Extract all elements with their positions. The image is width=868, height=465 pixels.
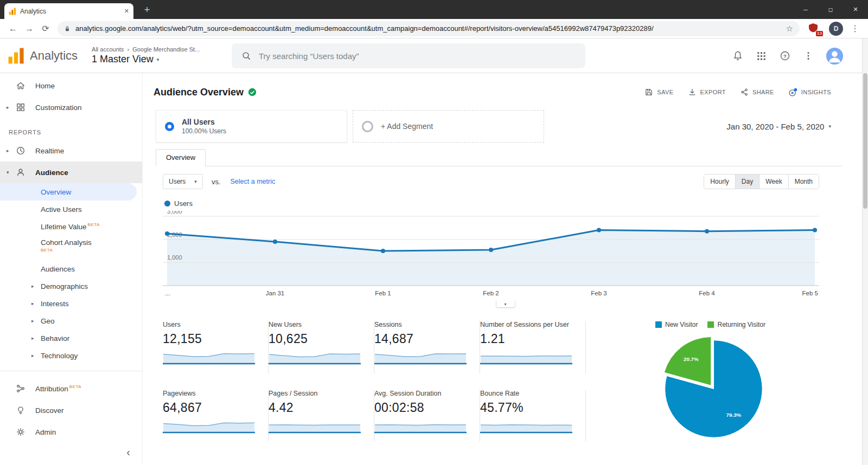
- select-metric-link[interactable]: Select a metric: [231, 178, 276, 185]
- scorecard-bounce-rate[interactable]: Bounce Rate 45.77%: [480, 390, 586, 442]
- sidebar-item-attribution[interactable]: AttributionBETA: [0, 378, 142, 399]
- extension-icon[interactable]: 13: [808, 23, 820, 35]
- window-close-button[interactable]: ✕: [843, 0, 868, 19]
- scorecard-avg-session-duration[interactable]: Avg. Session Duration 00:02:58: [374, 390, 480, 442]
- report-tabs: Overview: [156, 149, 842, 166]
- view-selector[interactable]: 1 Master View ▾: [92, 54, 200, 65]
- scorecard-pages-session[interactable]: Pages / Session 4.42: [269, 390, 374, 442]
- expand-arrow-icon[interactable]: ▸: [31, 283, 34, 289]
- scrollbar[interactable]: [862, 38, 868, 465]
- all-users-segment[interactable]: All Users 100.00% Users: [156, 110, 347, 143]
- product-name: Analytics: [30, 49, 78, 63]
- tab-close-icon[interactable]: ✕: [124, 8, 129, 15]
- expand-arrow-icon[interactable]: ▸: [7, 148, 16, 153]
- chevron-down-icon: ▾: [828, 124, 831, 129]
- metric-value: 45.77%: [480, 401, 579, 415]
- breadcrumb-accounts[interactable]: All accounts: [92, 46, 124, 53]
- sidebar-item-label: Interests: [41, 300, 69, 308]
- expand-arrow-icon[interactable]: ▸: [31, 301, 34, 306]
- sidebar-item-audiences[interactable]: Audiences: [0, 260, 137, 277]
- notifications-bell-icon[interactable]: [732, 50, 743, 61]
- visitor-type-pie-chart[interactable]: 79.3%20.7%: [661, 336, 767, 442]
- new-tab-button[interactable]: +: [140, 2, 154, 17]
- pie-legend-new-visitor[interactable]: New Visitor: [655, 321, 698, 328]
- analytics-logo[interactable]: Analytics: [0, 47, 78, 64]
- breadcrumb-property[interactable]: Google Merchandise St...: [132, 46, 200, 53]
- scorecard-number-of-sessions-per-user[interactable]: Number of Sessions per User 1.21: [480, 321, 586, 373]
- expand-arrow-icon[interactable]: ▸: [31, 353, 34, 358]
- sidebar-item-customization[interactable]: ▸Customization: [0, 96, 142, 118]
- annotations-expander[interactable]: ▾: [496, 301, 515, 308]
- expand-arrow-icon[interactable]: ▸: [31, 335, 34, 341]
- metric-value: 00:02:58: [374, 401, 473, 415]
- metric-sparkline: [269, 348, 361, 365]
- reload-button[interactable]: ⟳: [38, 21, 53, 36]
- expand-arrow-icon[interactable]: ▸: [31, 318, 34, 324]
- sidebar-item-label: AttributionBETA: [35, 384, 81, 393]
- sidebar-item-active-users[interactable]: Active Users: [0, 201, 137, 218]
- tab-overview[interactable]: Overview: [156, 149, 206, 166]
- sidebar-item-technology[interactable]: ▸Technology: [0, 347, 137, 364]
- browser-profile-avatar[interactable]: D: [829, 22, 843, 36]
- legend-swatch-icon: [707, 321, 714, 328]
- sidebar-item-realtime[interactable]: ▸Realtime: [0, 140, 142, 162]
- pie-legend-returning-visitor[interactable]: Returning Visitor: [707, 321, 765, 328]
- more-options-icon[interactable]: [803, 51, 813, 61]
- chart-legend: Users: [164, 199, 857, 208]
- bookmark-star-icon[interactable]: ☆: [786, 24, 793, 34]
- sidebar-item-cohort-analysis[interactable]: Cohort AnalysisBETA: [0, 235, 137, 260]
- sidebar-item-geo[interactable]: ▸Geo: [0, 312, 137, 330]
- action-label: EXPORT: [700, 89, 726, 95]
- share-button[interactable]: SHARE: [740, 88, 774, 97]
- help-icon[interactable]: ?: [780, 50, 790, 61]
- sidebar-item-admin[interactable]: Admin: [0, 421, 142, 443]
- metric-label: Sessions: [374, 321, 473, 328]
- sidebar-item-overview[interactable]: Overview: [0, 183, 137, 201]
- window-minimize-button[interactable]: ─: [793, 0, 818, 19]
- sidebar-item-interests[interactable]: ▸Interests: [0, 295, 137, 312]
- metric-dropdown[interactable]: Users ▾: [163, 174, 203, 189]
- sidebar-item-home[interactable]: Home: [0, 75, 142, 96]
- scorecard-users[interactable]: Users 12,155: [163, 321, 269, 373]
- expand-arrow-icon[interactable]: ▾: [7, 170, 16, 175]
- sidebar-item-audience[interactable]: ▾Audience: [0, 162, 142, 183]
- search-bar[interactable]: Try searching “Users today”: [232, 43, 585, 68]
- sidebar-item-demographics[interactable]: ▸Demographics: [0, 277, 137, 295]
- scorecard-pageviews[interactable]: Pageviews 64,867: [163, 390, 269, 442]
- account-block: All accounts › Google Merchandise St... …: [92, 46, 200, 65]
- window-maximize-button[interactable]: ◻: [818, 0, 843, 19]
- sidebar-item-behavior[interactable]: ▸Behavior: [0, 330, 137, 347]
- apps-grid-icon[interactable]: [756, 51, 767, 61]
- sidebar-item-discover[interactable]: Discover: [0, 399, 142, 421]
- metric-sparkline: [480, 348, 572, 365]
- sidebar-item-lifetime-value[interactable]: Lifetime ValueBETA: [0, 218, 137, 235]
- app-header: Analytics All accounts › Google Merchand…: [0, 38, 868, 73]
- granularity-week-button[interactable]: Week: [759, 175, 788, 189]
- date-range-selector[interactable]: Jan 30, 2020 - Feb 5, 2020 ▾: [726, 122, 831, 131]
- scorecard-sessions[interactable]: Sessions 14,687: [374, 321, 480, 373]
- granularity-day-button[interactable]: Day: [735, 175, 759, 189]
- breadcrumb[interactable]: All accounts › Google Merchandise St...: [92, 46, 200, 53]
- add-segment-button[interactable]: + Add Segment: [353, 110, 544, 143]
- scrollbar-thumb[interactable]: [863, 73, 867, 209]
- chevron-down-icon: ▾: [194, 179, 197, 184]
- granularity-hourly-button[interactable]: Hourly: [704, 175, 735, 189]
- svg-text:...: ...: [165, 290, 170, 296]
- metric-sparkline: [374, 348, 467, 365]
- browser-menu-icon[interactable]: ⋮: [847, 23, 863, 34]
- save-button[interactable]: SAVE: [644, 88, 673, 97]
- export-button[interactable]: EXPORT: [688, 88, 726, 97]
- account-avatar[interactable]: [826, 48, 843, 64]
- expand-arrow-icon[interactable]: ▸: [7, 105, 16, 110]
- granularity-month-button[interactable]: Month: [788, 175, 819, 189]
- forward-button[interactable]: →: [22, 21, 37, 36]
- action-label: INSIGHTS: [801, 89, 831, 95]
- browser-tab-analytics[interactable]: Analytics ✕: [4, 3, 133, 19]
- beta-badge: BETA: [88, 222, 100, 227]
- address-bar[interactable]: analytics.google.com/analytics/web/?utm_…: [58, 21, 800, 36]
- sidebar-collapse-button[interactable]: ‹: [126, 446, 130, 458]
- users-line-chart[interactable]: 1,0002,0003,000...Jan 31Feb 1Feb 2Feb 3F…: [163, 211, 819, 300]
- back-button[interactable]: ←: [5, 21, 21, 36]
- insights-button[interactable]: INSIGHTS: [788, 88, 831, 97]
- scorecard-new-users[interactable]: New Users 10,625: [269, 321, 374, 373]
